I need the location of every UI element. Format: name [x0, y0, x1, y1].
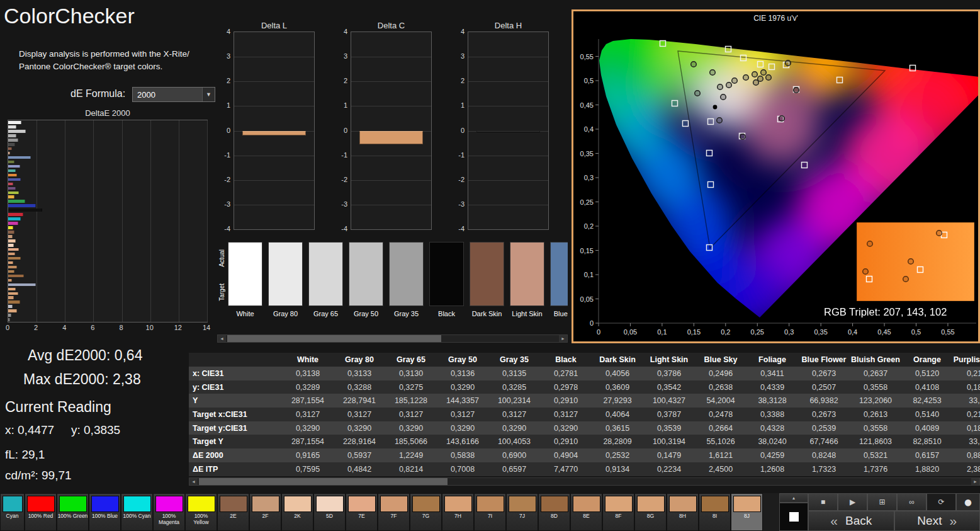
row-label: ΔE 2000	[189, 451, 282, 460]
patch-swatch[interactable]: Blue Sky	[550, 242, 568, 317]
table-cell: 0,5321	[850, 451, 901, 460]
table-cell: 0,3290	[282, 424, 334, 433]
pattern-swatch-cyan[interactable]: Cyan	[0, 493, 25, 531]
patch-label: Dark Skin	[472, 310, 502, 317]
patch-swatch[interactable]: Gray 65	[308, 242, 343, 317]
swatch-label: 2F	[251, 513, 281, 520]
table-cell: 0,3290	[540, 424, 592, 433]
table-cell: 0,7595	[282, 465, 334, 474]
pattern-swatch-2f[interactable]: 2F	[249, 493, 281, 531]
expand-up-icon[interactable]: ▴	[779, 493, 808, 503]
pattern-swatch-7j[interactable]: 7J	[506, 493, 538, 531]
patch-swatch[interactable]: Gray 50	[349, 242, 383, 317]
back-button[interactable]: « Back	[808, 511, 894, 531]
scrollbar-track[interactable]	[198, 478, 971, 485]
refresh-button[interactable]: ⟳	[926, 493, 956, 511]
deltae-x-axis: 02468101214	[8, 324, 208, 333]
deltae-bar	[8, 125, 16, 128]
pattern-swatch-2e[interactable]: 2E	[217, 493, 249, 531]
table-cell: 0,3787	[643, 410, 695, 419]
pattern-swatch-8f[interactable]: 8F	[602, 493, 634, 531]
delta-l-plot	[234, 31, 315, 230]
pattern-swatch-7e[interactable]: 7E	[346, 493, 378, 531]
description-line-1: Display analysis is performed with the X…	[19, 48, 189, 60]
swatch-label: 100% Yellow	[186, 513, 217, 526]
patch-color	[389, 242, 424, 306]
x-tick-label: 10	[146, 324, 154, 331]
swatch-color	[605, 496, 633, 512]
de-formula-dropdown[interactable]: 2000 ▼	[132, 87, 215, 102]
patch-swatch[interactable]: White	[228, 242, 262, 317]
table-cell: 0,3127	[385, 410, 437, 419]
pattern-swatch-8i[interactable]: 8I	[699, 493, 731, 531]
patch-swatch[interactable]: Gray 35	[389, 242, 424, 317]
pattern-swatch-8h[interactable]: 8H	[667, 493, 699, 531]
swatch-color	[733, 496, 761, 512]
deltae-bar	[8, 248, 19, 251]
pattern-swatch-7i[interactable]: 7I	[474, 493, 506, 531]
pattern-window-button[interactable]	[779, 503, 808, 531]
scrollbar-thumb[interactable]	[227, 335, 441, 342]
table-cell: 0,1883	[953, 383, 980, 392]
swatch-color	[188, 496, 215, 512]
table-scrollbar[interactable]: ◄ ►	[189, 477, 980, 486]
pattern-swatch-8g[interactable]: 8G	[634, 493, 667, 531]
pattern-grid-button[interactable]: ⊞	[867, 493, 897, 511]
patch-swatch[interactable]: Gray 80	[268, 242, 303, 317]
pattern-swatch-100-blue[interactable]: 100% Blue	[89, 493, 121, 531]
column-header: Dark Skin	[592, 355, 643, 364]
scroll-left-icon[interactable]: ◄	[189, 478, 198, 485]
next-button[interactable]: Next »	[894, 511, 980, 531]
delta-bar	[476, 131, 540, 132]
scrollbar-track[interactable]	[226, 335, 559, 342]
patch-color	[349, 242, 383, 306]
chevron-down-icon[interactable]: ▼	[202, 88, 215, 101]
current-reading-heading: Current Reading	[5, 399, 111, 416]
pattern-swatch-100-green[interactable]: 100% Green	[57, 493, 89, 531]
pattern-swatch-100-red[interactable]: 100% Red	[25, 493, 57, 531]
pattern-swatch-8e[interactable]: 8E	[570, 493, 602, 531]
play-button[interactable]: ▶	[838, 493, 867, 511]
measured-point	[786, 60, 791, 66]
table-cell: 185,1228	[385, 396, 437, 405]
inset-measured-point	[908, 259, 914, 265]
table-cell: 1,7323	[798, 465, 850, 474]
pattern-swatch-100-cyan[interactable]: 100% Cyan	[121, 493, 153, 531]
pattern-swatch-7f[interactable]: 7F	[378, 493, 410, 531]
pattern-swatch-2k[interactable]: 2K	[281, 493, 313, 531]
table-cell: 0,3136	[437, 369, 488, 378]
measured-point	[752, 72, 758, 77]
stop-button[interactable]: ■	[808, 493, 838, 511]
pattern-swatch-100-yellow[interactable]: 100% Yellow	[185, 493, 217, 531]
table-cell: 0,2978	[540, 383, 592, 392]
swatch-color	[27, 496, 55, 512]
y-tick-label: 0	[451, 127, 465, 134]
scrollbar-thumb[interactable]	[199, 478, 448, 485]
table-cell: 0,3127	[488, 410, 540, 419]
patch-strip-scrollbar[interactable]: ◄ ►	[217, 334, 568, 343]
deltae-bar	[8, 174, 17, 177]
swatch-color	[637, 496, 665, 512]
patch-swatch[interactable]: Dark Skin	[470, 242, 504, 317]
pattern-swatch-7h[interactable]: 7H	[442, 493, 474, 531]
column-header: Gray 35	[488, 355, 540, 364]
scroll-right-icon[interactable]: ►	[559, 335, 567, 342]
swatch-label: Cyan	[0, 513, 28, 520]
scroll-left-icon[interactable]: ◄	[218, 335, 226, 342]
pattern-swatch-8j[interactable]: 8J	[731, 493, 763, 531]
pattern-swatch-8d[interactable]: 8D	[538, 493, 570, 531]
pattern-swatch-100-magenta[interactable]: 100% Magenta	[153, 493, 185, 531]
patch-swatch[interactable]: Black	[429, 242, 464, 317]
gridline	[468, 180, 548, 181]
y-tick-label: -4	[334, 225, 347, 232]
svg-text:0,4: 0,4	[848, 328, 857, 336]
back-arrow-icon: «	[830, 513, 838, 528]
pattern-swatch-5d[interactable]: 5D	[313, 493, 346, 531]
patch-swatch[interactable]: Light Skin	[510, 242, 544, 317]
table-cell: 143,6166	[437, 437, 488, 446]
pattern-swatch-7g[interactable]: 7G	[410, 493, 442, 531]
scroll-right-icon[interactable]: ►	[971, 478, 979, 485]
table-cell: 0,4089	[901, 424, 953, 433]
loop-button[interactable]: ∞	[897, 493, 926, 511]
deltae-bar	[8, 231, 14, 234]
